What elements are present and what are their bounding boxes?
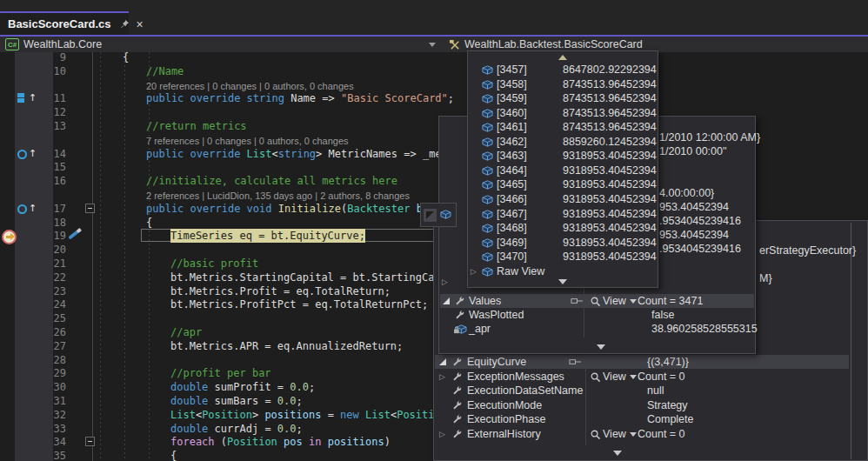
- datatip-pin-icon[interactable]: [68, 230, 79, 240]
- line-number: 26: [38, 325, 66, 339]
- collapsed-arrow-icon[interactable]: ▷: [439, 427, 445, 441]
- tab-basicscorecard[interactable]: BasicScoreCard.cs ×: [0, 11, 129, 35]
- chevron-down-icon[interactable]: [429, 43, 436, 47]
- line-number: 32: [38, 408, 66, 422]
- element-index: [3466]: [497, 192, 527, 206]
- code-text: bt.Metrics.APR = eq.AnnualizedReturn;: [170, 339, 403, 353]
- scroll-down-icon[interactable]: [558, 279, 567, 284]
- scroll-down-icon[interactable]: [613, 451, 622, 456]
- values-list-item[interactable]: [3459]8743513.96452394: [469, 91, 658, 105]
- values-list-item[interactable]: [3457]8647802.92292394: [469, 63, 658, 77]
- values-list-item[interactable]: [3464]9318953.40452394: [469, 164, 658, 177]
- codelens-indicator[interactable]: 7 references | 0 changes | 0 authors, 0 …: [146, 135, 349, 147]
- values-list-item[interactable]: [3470]9318953.40452394: [469, 250, 658, 264]
- collapsed-arrow-icon[interactable]: ▷: [471, 264, 477, 278]
- values-list-item[interactable]: [3463]9318953.40452394: [469, 149, 658, 163]
- codelens-indicator[interactable]: 20 references | 0 changes | 0 authors, 0…: [146, 80, 354, 92]
- expander-icon[interactable]: [424, 209, 437, 222]
- datatip-values-list[interactable]: [3457]8647802.92292394[3458]8743513.9645…: [467, 50, 658, 288]
- datatip-row-wasplotted[interactable]: WasPlottedfalse: [440, 308, 754, 322]
- member-name: ExecutionDataSetName: [467, 384, 583, 398]
- property-wrench-icon: [454, 310, 465, 321]
- code-text: bt.Metrics.StartingCapital = bt.Starting…: [170, 271, 447, 284]
- code-line-10[interactable]: 10//Name: [0, 64, 868, 78]
- magnifier-icon[interactable]: [590, 371, 601, 383]
- datatip-row-exceptionmessages[interactable]: ▷ExceptionMessagesViewCount = 0: [435, 370, 849, 384]
- datatip-row-_apr[interactable]: _apr38.960258528555315: [440, 322, 754, 336]
- element-value: 9318953.40452394: [563, 221, 657, 235]
- value-cube-icon: [481, 122, 494, 133]
- codelens-indicator[interactable]: 2 references | LucidDion, 135 days ago |…: [146, 190, 410, 202]
- property-wrench-icon: [451, 357, 463, 368]
- code-line-11[interactable]: 11↑public override string Name => "Basic…: [0, 91, 868, 105]
- expanded-arrow-icon[interactable]: [439, 358, 446, 365]
- raw-view-item[interactable]: ▷Raw View: [469, 264, 658, 278]
- property-wrench-icon: [454, 296, 465, 307]
- project-dropdown[interactable]: WealthLab.Core: [23, 38, 102, 50]
- member-name: WasPlotted: [469, 308, 524, 322]
- element-index: [3464]: [497, 164, 527, 177]
- values-list-item[interactable]: [3467]9318953.40452394: [469, 207, 658, 221]
- chevron-down-icon[interactable]: [630, 375, 637, 379]
- override-margin-icon[interactable]: ↑: [17, 149, 37, 159]
- member-name: Values: [469, 294, 501, 308]
- pin-to-source-icon[interactable]: [569, 357, 582, 366]
- datatip-row-executiondatasetname[interactable]: ExecutionDataSetNamenull: [435, 384, 849, 398]
- magnifier-icon[interactable]: [590, 296, 601, 307]
- close-tab-icon[interactable]: ×: [137, 17, 144, 31]
- code-text: bt.Metrics.ProfitPct = eq.TotalReturnPct…: [170, 297, 428, 311]
- element-index: [3468]: [497, 221, 527, 235]
- type-dropdown[interactable]: WealthLab.Backtest.BasicScoreCard: [464, 38, 643, 50]
- code-text: public override List<string> MetricNames…: [146, 147, 460, 161]
- pin-to-source-icon[interactable]: [571, 297, 584, 305]
- view-visualizer-link[interactable]: View: [603, 294, 637, 308]
- view-visualizer-link[interactable]: View: [603, 427, 637, 441]
- magnifier-icon[interactable]: [590, 429, 601, 440]
- popup-scrollbar[interactable]: [851, 223, 851, 459]
- chevron-down-icon[interactable]: [630, 299, 637, 304]
- pin-tab-icon[interactable]: [120, 19, 130, 29]
- view-visualizer-link[interactable]: View: [603, 370, 637, 384]
- datatip-row-executionmode[interactable]: ExecutionModeStrategy: [435, 398, 849, 412]
- values-list-item[interactable]: [3462]8859260.12452394: [469, 135, 658, 149]
- line-number: 24: [38, 297, 66, 311]
- value-cube-icon: [481, 79, 494, 90]
- values-list-item[interactable]: [3465]9318953.40452394: [469, 177, 658, 191]
- line-number: 16: [38, 174, 66, 188]
- values-list-item[interactable]: [3468]9318953.40452394: [469, 221, 658, 235]
- value-cube-icon: [481, 165, 494, 177]
- datatip-root-header[interactable]: [420, 203, 457, 227]
- value-cube-icon: [481, 251, 494, 263]
- collapsed-arrow-icon[interactable]: ▷: [439, 370, 445, 384]
- inheritance-margin-icon[interactable]: ↑: [17, 93, 37, 104]
- expanded-arrow-icon[interactable]: [443, 297, 450, 304]
- values-list-item[interactable]: [3469]9318953.40452394: [469, 236, 658, 250]
- collapse-region-button[interactable]: [85, 437, 95, 446]
- collapse-region-button[interactable]: [85, 204, 95, 213]
- code-text: double currAdj = 0.0;: [170, 422, 303, 436]
- values-list-item[interactable]: [3460]8743513.96452394: [469, 106, 658, 120]
- chevron-down-icon[interactable]: [630, 432, 637, 437]
- scroll-down-icon[interactable]: [597, 344, 605, 350]
- datatip-row-executionphase[interactable]: ExecutionPhaseComplete: [435, 412, 849, 426]
- value-cube-icon: [481, 237, 494, 249]
- datatip-row-values[interactable]: ValuesViewCount = 3471: [440, 294, 754, 308]
- occluded-value-fragment: erStrategyExecutor}: [759, 244, 856, 257]
- override-margin-icon[interactable]: ↑: [17, 204, 37, 214]
- member-value: 38.960258528555315: [651, 322, 758, 336]
- values-list-item[interactable]: [3461]8743513.96452394: [469, 120, 658, 134]
- value-cube-icon: [481, 150, 494, 162]
- line-number: 9: [38, 50, 66, 64]
- values-list-item[interactable]: [3458]8743513.96452394: [469, 77, 658, 91]
- element-index: [3461]: [497, 120, 527, 134]
- datatip-row-equitycurve[interactable]: EquityCurve{(3,471)}: [435, 355, 849, 369]
- datatip-row-externalhistory[interactable]: ▷ExternalHistoryViewCount = 0: [435, 427, 849, 441]
- element-index: [3467]: [497, 207, 527, 221]
- collapsed-arrow-icon[interactable]: ▷: [442, 277, 448, 286]
- values-list-item[interactable]: [3466]9318953.40452394: [469, 192, 658, 206]
- line-number: 19: [38, 229, 66, 243]
- code-line-9[interactable]: 9{: [0, 50, 868, 64]
- property-wrench-icon: [451, 414, 463, 425]
- scroll-up-icon[interactable]: [558, 55, 567, 60]
- line-number: 12: [38, 105, 66, 119]
